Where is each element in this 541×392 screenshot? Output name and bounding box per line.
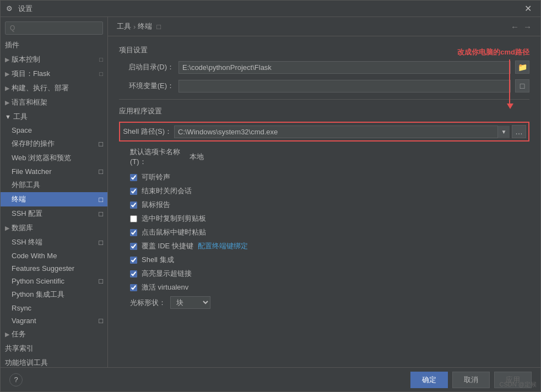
sidebar-item-share-index[interactable]: 共享索引 xyxy=(1,341,107,356)
sidebar-item-lang-framework[interactable]: ▶语言和框架 xyxy=(1,95,107,110)
window-title: 设置 xyxy=(18,4,521,14)
sidebar: 插件 ▶版本控制 □ ▶项目：Flask □ ▶构建、执行、部署 ▶语言和框架 … xyxy=(1,17,108,367)
sidebar-item-web-browser[interactable]: Web 浏览器和预览 xyxy=(1,151,107,165)
env-vars-input[interactable] xyxy=(178,80,511,92)
checkbox-virtualenv-label: 激活 virtualenv xyxy=(142,282,188,292)
sidebar-item-rsync[interactable]: Rsync xyxy=(1,302,107,314)
checkbox-paste-middle-label: 点击鼠标中键时粘贴 xyxy=(142,227,206,237)
sidebar-item-python-scientific[interactable]: Python Scientific □ xyxy=(1,275,107,287)
checkbox-copy-on-select-row: 选中时复制到剪贴板 xyxy=(119,214,529,224)
configure-keys-link[interactable]: 配置终端键绑定 xyxy=(198,241,248,251)
cursor-shape-row: 光标形状： 块 下划线 竖线 xyxy=(119,296,529,309)
divider xyxy=(119,99,529,100)
checkbox-highlight-links-row: 高亮显示超链接 xyxy=(119,269,529,279)
cancel-button[interactable]: 取消 xyxy=(452,372,490,388)
sidebar-item-tasks[interactable]: ▶任务 xyxy=(1,327,107,341)
startup-dir-row: 启动目录(D)： 📁 xyxy=(119,61,529,74)
checkbox-paste-middle-row: 点击鼠标中键时粘贴 xyxy=(119,227,529,237)
checkbox-shell-integration[interactable] xyxy=(130,257,137,264)
breadcrumb: 工具 › 终端 □ xyxy=(117,21,161,31)
sidebar-item-ssh-terminal[interactable]: SSH 终端 □ xyxy=(1,235,107,249)
checkbox-override-ide[interactable] xyxy=(130,243,137,250)
dots-icon: … xyxy=(515,127,523,136)
breadcrumb-part1: 工具 xyxy=(117,21,131,31)
checkbox-override-ide-row: 覆盖 IDE 快捷键 配置终端键绑定 xyxy=(119,241,529,251)
checkbox-shell-integration-row: Shell 集成 xyxy=(119,255,529,265)
sidebar-item-version-control[interactable]: ▶版本控制 □ xyxy=(1,52,107,67)
startup-dir-label: 启动目录(D)： xyxy=(119,62,174,72)
checkbox-close-on-exit-label: 结束时关闭会话 xyxy=(142,186,192,196)
sidebar-item-build-execute[interactable]: ▶构建、执行、部署 xyxy=(1,81,107,95)
sidebar-item-flask-project[interactable]: ▶项目：Flask □ xyxy=(1,67,107,81)
breadcrumb-sep: › xyxy=(133,23,136,31)
help-button[interactable]: ? xyxy=(9,373,23,386)
edit-icon: □ xyxy=(520,81,524,90)
shell-select-wrapper: C:\Windows\system32\cmd.exe ▼ xyxy=(174,126,510,138)
breadcrumb-part2: 终端 xyxy=(138,21,152,31)
checkbox-copy-on-select-label: 选中时复制到剪贴板 xyxy=(142,214,206,224)
cursor-shape-label: 光标形状： xyxy=(130,298,166,308)
flask-icon: □ xyxy=(99,70,103,77)
close-button[interactable]: ✕ xyxy=(521,2,535,15)
env-vars-edit-button[interactable]: □ xyxy=(515,79,529,92)
settings-window: ⚙ 设置 ✕ 插件 ▶版本控制 □ ▶项目：Flask □ ▶构建、执行、部署 … xyxy=(0,0,541,392)
folder-icon: 📁 xyxy=(518,63,527,72)
sidebar-item-training-tools[interactable]: 功能培训工具 xyxy=(1,356,107,367)
nav-forward-button[interactable]: → xyxy=(523,22,532,31)
nav-arrows: ← → xyxy=(511,22,532,31)
sidebar-item-plugins[interactable]: 插件 xyxy=(1,38,107,52)
sidebar-item-features-suggester[interactable]: Features Suggester xyxy=(1,262,107,275)
tab-name-row: 默认选项卡名称(T)： 本地 xyxy=(119,147,529,167)
ssh-config-icon: □ xyxy=(99,210,103,218)
checkbox-close-on-exit-row: 结束时关闭会话 xyxy=(119,186,529,196)
sidebar-item-terminal[interactable]: 终端 □ xyxy=(1,192,107,206)
sidebar-item-file-watcher[interactable]: File Watcher □ xyxy=(1,165,107,178)
checkbox-paste-middle[interactable] xyxy=(130,229,137,236)
checkbox-override-ide-label: 覆盖 IDE 快捷键 xyxy=(142,241,193,251)
env-vars-row: 环境变量(E)： □ xyxy=(119,79,529,92)
terminal-icon: □ xyxy=(99,195,103,204)
checkbox-shell-integration-label: Shell 集成 xyxy=(142,255,174,265)
bottom-bar: ? 确定 取消 应用 xyxy=(1,367,540,391)
checkbox-beep-row: 可听铃声 xyxy=(119,172,529,182)
app-settings-title: 应用程序设置 xyxy=(119,106,529,116)
tab-name-value: 本地 xyxy=(190,152,204,162)
sidebar-item-tools[interactable]: ▼工具 xyxy=(1,110,107,124)
checkbox-mouse-report-label: 鼠标报告 xyxy=(142,200,170,210)
checkbox-copy-on-select[interactable] xyxy=(130,215,137,222)
checkbox-beep-label: 可听铃声 xyxy=(142,172,170,182)
checkbox-mouse-report[interactable] xyxy=(130,202,137,209)
sidebar-item-save-actions[interactable]: 保存时的操作 □ xyxy=(1,137,107,151)
ok-button[interactable]: 确定 xyxy=(410,372,448,388)
search-input[interactable] xyxy=(5,21,103,35)
shell-path-select[interactable]: C:\Windows\system32\cmd.exe xyxy=(174,126,510,138)
breadcrumb-bar: 工具 › 终端 □ ← → xyxy=(108,17,540,36)
checkbox-virtualenv-row: 激活 virtualenv xyxy=(119,282,529,292)
shell-path-browse-button[interactable]: … xyxy=(512,125,526,138)
version-control-icon: □ xyxy=(99,56,103,63)
env-vars-label: 环境变量(E)： xyxy=(119,81,174,91)
shell-path-label: Shell 路径(S)： xyxy=(122,127,172,137)
annotation: 改成你电脑的cmd路径 xyxy=(457,47,529,109)
sidebar-item-code-with-me[interactable]: Code With Me xyxy=(1,249,107,262)
shell-path-row: Shell 路径(S)： C:\Windows\system32\cmd.exe… xyxy=(119,122,529,141)
cursor-shape-select[interactable]: 块 下划线 竖线 xyxy=(170,296,210,309)
watermark: CSDN @定候 xyxy=(500,380,537,389)
checkbox-highlight-links[interactable] xyxy=(130,270,137,277)
checkbox-close-on-exit[interactable] xyxy=(130,188,137,195)
tab-name-label: 默认选项卡名称(T)： xyxy=(130,147,185,167)
sidebar-item-external-tools[interactable]: 外部工具 xyxy=(1,178,107,192)
sidebar-item-python-integration[interactable]: Python 集成工具 xyxy=(1,287,107,302)
sidebar-item-database[interactable]: ▶数据库 xyxy=(1,221,107,235)
sidebar-item-vagrant[interactable]: Vagrant □ xyxy=(1,314,107,327)
file-watcher-icon: □ xyxy=(99,167,103,176)
sidebar-item-space[interactable]: Space xyxy=(1,124,107,137)
startup-dir-input[interactable] xyxy=(178,61,511,74)
sidebar-item-ssh-config[interactable]: SSH 配置 □ xyxy=(1,206,107,221)
project-settings-title: 项目设置 xyxy=(119,45,529,55)
checkbox-beep[interactable] xyxy=(130,174,137,181)
nav-back-button[interactable]: ← xyxy=(511,22,519,31)
startup-dir-browse-button[interactable]: 📁 xyxy=(515,61,529,74)
right-panel: 工具 › 终端 □ ← → 改成你电脑的cmd路径 xyxy=(108,17,540,367)
checkbox-virtualenv[interactable] xyxy=(130,284,137,291)
